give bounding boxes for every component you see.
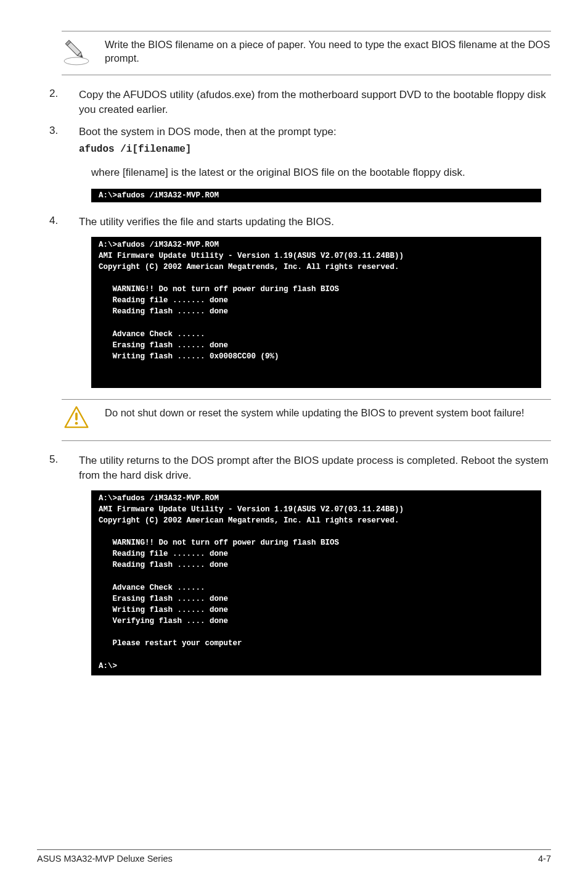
step-body: The utility verifies the file and starts…	[79, 215, 551, 229]
svg-point-7	[75, 422, 78, 425]
step-body: Copy the AFUDOS utility (afudos.exe) fro…	[79, 88, 551, 117]
svg-rect-6	[75, 413, 78, 421]
step-number: 4.	[37, 215, 62, 229]
warning-icon	[62, 405, 91, 434]
footer-left: ASUS M3A32-MVP Deluxe Series	[37, 854, 173, 864]
step3-command: afudos /i[filename]	[79, 142, 551, 156]
step-number: 5.	[37, 453, 62, 483]
pencil-icon	[62, 36, 91, 68]
svg-point-0	[64, 57, 89, 65]
step-number: 3.	[37, 125, 62, 157]
note-text: Write the BIOS filename on a piece of pa…	[105, 36, 551, 65]
footer-right: 4-7	[538, 854, 551, 864]
steps-list: 2. Copy the AFUDOS utility (afudos.exe) …	[37, 88, 551, 157]
step-body: Boot the system in DOS mode, then at the…	[79, 125, 551, 157]
steps-list-2: 4. The utility verifies the file and sta…	[37, 215, 551, 229]
step-4: 4. The utility verifies the file and sta…	[37, 215, 551, 229]
step3-description: where [filename] is the latest or the or…	[91, 165, 551, 180]
warning-text: Do not shut down or reset the system whi…	[105, 405, 525, 419]
step-body: The utility returns to the DOS prompt af…	[79, 453, 551, 483]
terminal-3: A:\>afudos /iM3A32-MVP.ROM AMI Firmware …	[91, 490, 541, 675]
steps-list-3: 5. The utility returns to the DOS prompt…	[37, 453, 551, 483]
step-number: 2.	[37, 88, 62, 117]
terminal-2: A:\>afudos /iM3A32-MVP.ROM AMI Firmware …	[91, 237, 541, 389]
note-pencil: Write the BIOS filename on a piece of pa…	[62, 31, 551, 75]
note-warning: Do not shut down or reset the system whi…	[62, 399, 551, 441]
terminal-1: A:\>afudos /iM3A32-MVP.ROM	[91, 189, 541, 202]
step-2: 2. Copy the AFUDOS utility (afudos.exe) …	[37, 88, 551, 117]
step3-text: Boot the system in DOS mode, then at the…	[79, 126, 337, 138]
page-footer: ASUS M3A32-MVP Deluxe Series 4-7	[37, 849, 551, 864]
step-3: 3. Boot the system in DOS mode, then at …	[37, 125, 551, 157]
step-5: 5. The utility returns to the DOS prompt…	[37, 453, 551, 483]
